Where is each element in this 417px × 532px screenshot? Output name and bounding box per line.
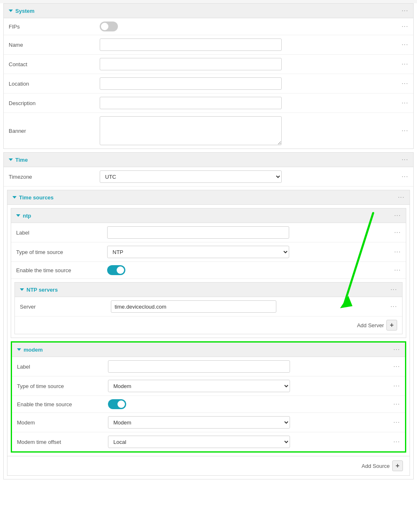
modem-type-control: NTP Modem — [108, 380, 388, 392]
location-dots[interactable]: ··· — [397, 80, 408, 87]
modem-modem-select[interactable]: Modem — [108, 416, 290, 429]
ntp-label-dots[interactable]: ··· — [389, 229, 401, 236]
time-header: Time ··· — [4, 153, 413, 167]
server-input[interactable] — [111, 300, 276, 313]
modem-modem-control: Modem — [108, 416, 388, 429]
modem-label-label: Label — [17, 364, 108, 370]
ntp-servers-title-label: NTP servers — [26, 287, 58, 293]
ntp-label-input[interactable] — [107, 226, 289, 239]
modem-label-input[interactable] — [108, 360, 290, 373]
modem-modem-row: Modem Modem ··· — [12, 413, 405, 432]
system-collapse-icon[interactable] — [9, 10, 13, 12]
page-wrapper: System ··· FIPs ··· Name ··· Con — [0, 3, 417, 532]
modem-enable-dots[interactable]: ··· — [388, 400, 400, 408]
time-sources-section: Time sources ··· ntp ··· Label — [7, 190, 410, 476]
modem-offset-select[interactable]: Local UTC — [108, 436, 290, 448]
system-header: System ··· — [4, 4, 413, 18]
system-title: System — [9, 8, 34, 14]
time-sources-dots-menu[interactable]: ··· — [398, 194, 405, 201]
add-server-button[interactable]: + — [386, 320, 397, 331]
modem-enable-toggle[interactable] — [108, 399, 126, 409]
ntp-type-dots[interactable]: ··· — [389, 248, 401, 256]
fips-toggle[interactable] — [100, 22, 118, 31]
ntp-enable-slider — [107, 265, 125, 275]
name-control — [100, 38, 397, 51]
location-input[interactable] — [100, 77, 282, 90]
timezone-label: Timezone — [9, 174, 100, 180]
time-title-label: Time — [15, 157, 28, 163]
timezone-control: UTC — [100, 170, 397, 183]
modem-header: modem ··· — [12, 343, 405, 357]
contact-label: Contact — [9, 61, 100, 67]
time-sources-title-label: Time sources — [19, 194, 54, 201]
ntp-dots-menu[interactable]: ··· — [394, 212, 401, 219]
name-dots[interactable]: ··· — [397, 41, 408, 48]
add-server-row: Add Server + — [15, 316, 402, 334]
ntp-collapse-icon[interactable] — [16, 214, 20, 217]
modem-offset-control: Local UTC — [108, 436, 388, 448]
modem-enable-control — [108, 399, 388, 409]
fips-dots[interactable]: ··· — [397, 23, 408, 30]
contact-input[interactable] — [100, 58, 282, 70]
ntp-title: ntp — [16, 213, 31, 219]
modem-label-row: Label ··· — [12, 357, 405, 376]
ntp-type-select[interactable]: NTP Modem — [107, 246, 289, 258]
modem-type-label: Type of time source — [17, 383, 108, 389]
modem-title-label: modem — [24, 347, 43, 353]
ntp-servers-collapse-icon[interactable] — [20, 288, 24, 291]
contact-control — [100, 58, 397, 70]
time-collapse-icon[interactable] — [9, 158, 13, 161]
ntp-enable-dots[interactable]: ··· — [389, 266, 401, 274]
timezone-row: Timezone UTC ··· — [4, 167, 413, 187]
modem-offset-label: Modem time offset — [17, 439, 108, 445]
description-control — [100, 97, 397, 109]
add-source-button[interactable]: + — [392, 460, 403, 471]
name-label: Name — [9, 42, 100, 48]
description-row: Description ··· — [4, 93, 413, 113]
ntp-type-label: Type of time source — [16, 249, 107, 255]
modem-offset-dots[interactable]: ··· — [388, 438, 400, 446]
banner-label: Banner — [9, 128, 100, 134]
ntp-enable-toggle[interactable] — [107, 265, 125, 275]
description-input[interactable] — [100, 97, 282, 109]
description-dots[interactable]: ··· — [397, 99, 408, 107]
contact-row: Contact ··· — [4, 55, 413, 74]
location-label: Location — [9, 81, 100, 87]
system-dots-menu[interactable]: ··· — [402, 7, 408, 14]
ntp-enable-label: Enable the time source — [16, 267, 107, 273]
add-source-label: Add Source — [362, 463, 390, 469]
modem-label-dots[interactable]: ··· — [388, 363, 400, 370]
server-label: Server — [20, 304, 111, 310]
ntp-enable-control — [107, 265, 389, 275]
name-input[interactable] — [100, 38, 282, 51]
modem-collapse-icon[interactable] — [17, 348, 21, 351]
modem-dots-menu[interactable]: ··· — [393, 346, 400, 353]
banner-textarea[interactable] — [100, 116, 282, 145]
server-dots[interactable]: ··· — [386, 303, 397, 310]
modem-type-select[interactable]: NTP Modem — [108, 380, 290, 392]
name-row: Name ··· — [4, 35, 413, 55]
add-server-label: Add Server — [357, 322, 384, 328]
modem-title: modem — [17, 347, 43, 353]
banner-row: Banner ··· — [4, 113, 413, 149]
time-dots-menu[interactable]: ··· — [402, 156, 408, 163]
time-sources-collapse-icon[interactable] — [12, 196, 17, 199]
modem-modem-dots[interactable]: ··· — [388, 419, 400, 426]
banner-control — [100, 116, 397, 145]
timezone-dots[interactable]: ··· — [397, 173, 408, 180]
modem-modem-label: Modem — [17, 419, 108, 426]
contact-dots[interactable]: ··· — [397, 60, 408, 68]
ntp-servers-title: NTP servers — [20, 287, 58, 293]
ntp-servers-dots-menu[interactable]: ··· — [391, 286, 397, 293]
server-row: Server ··· — [15, 297, 402, 316]
modem-type-dots[interactable]: ··· — [388, 382, 400, 390]
modem-enable-slider — [108, 399, 126, 409]
description-label: Description — [9, 100, 100, 106]
ntp-title-label: ntp — [23, 213, 31, 219]
fips-row: FIPs ··· — [4, 18, 413, 35]
modem-enable-row: Enable the time source ··· — [12, 396, 405, 413]
ntp-label-control — [107, 226, 389, 239]
timezone-select[interactable]: UTC — [100, 170, 282, 183]
banner-dots[interactable]: ··· — [397, 127, 408, 134]
location-control — [100, 77, 397, 90]
